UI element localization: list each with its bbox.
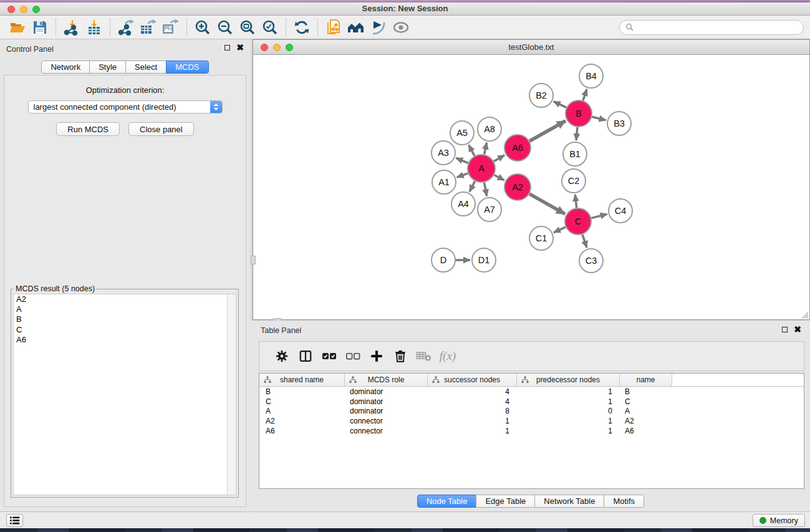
graph-node-B3[interactable]: B3 bbox=[607, 112, 631, 135]
graph-edge-A-A8[interactable] bbox=[485, 143, 487, 155]
export-image-icon[interactable] bbox=[160, 17, 182, 37]
search-field[interactable] bbox=[619, 20, 804, 35]
network-zoom-button[interactable] bbox=[286, 44, 293, 51]
show-columns-icon[interactable] bbox=[294, 346, 317, 367]
graph-edge-B-B2[interactable] bbox=[554, 102, 566, 108]
delete-table-icon[interactable] bbox=[412, 346, 436, 367]
memory-button[interactable]: Memory bbox=[753, 514, 805, 527]
graph-edge-C-C2[interactable] bbox=[575, 195, 576, 208]
close-panel-icon[interactable]: ✖ bbox=[236, 45, 244, 51]
network-canvas[interactable]: B4B2BB3A8A5A6B1A3AA1C2A2A4A7C4CC1C3DD1 bbox=[253, 55, 809, 319]
import-table-icon[interactable] bbox=[83, 17, 105, 37]
tab-style[interactable]: Style bbox=[89, 60, 126, 74]
graph-node-B2[interactable]: B2 bbox=[529, 84, 553, 107]
mcds-result-item[interactable]: B bbox=[14, 314, 227, 324]
close-panel-button[interactable]: Close panel bbox=[128, 122, 194, 136]
graph-node-C1[interactable]: C1 bbox=[529, 226, 553, 250]
show-details-icon[interactable] bbox=[390, 17, 412, 37]
task-history-button[interactable] bbox=[6, 514, 23, 527]
tab-mcds[interactable]: MCDS bbox=[166, 60, 208, 74]
graph-node-B1[interactable]: B1 bbox=[563, 142, 587, 166]
export-network-icon[interactable] bbox=[115, 17, 137, 37]
graph-node-C2[interactable]: C2 bbox=[562, 169, 586, 193]
graph-edge-A-A6[interactable] bbox=[494, 155, 504, 162]
export-table-icon[interactable] bbox=[137, 17, 160, 37]
tab-select[interactable]: Select bbox=[125, 60, 166, 74]
graph-node-C[interactable]: C bbox=[565, 208, 591, 235]
tab-network[interactable]: Network bbox=[41, 60, 90, 74]
zoom-in-icon[interactable] bbox=[191, 17, 214, 37]
graph-edge-C-C4[interactable] bbox=[591, 214, 607, 218]
optimization-criterion-select[interactable]: largest connected component (directed) bbox=[28, 100, 223, 114]
graph-node-A[interactable]: A bbox=[468, 155, 495, 182]
graph-node-B[interactable]: B bbox=[566, 100, 592, 127]
graph-node-A2[interactable]: A2 bbox=[504, 174, 531, 200]
graph-edge-A-A5[interactable] bbox=[469, 145, 475, 155]
table-row[interactable]: A6connector11A6 bbox=[259, 426, 804, 436]
column-header-MCDS-role[interactable]: MCDS role bbox=[345, 374, 428, 386]
close-window-button[interactable] bbox=[7, 6, 15, 13]
graph-edge-C-C3[interactable] bbox=[582, 235, 587, 248]
graph-edge-B-B1[interactable] bbox=[576, 127, 577, 140]
refresh-icon[interactable] bbox=[291, 17, 313, 37]
float-panel-icon[interactable] bbox=[224, 45, 230, 51]
graph-node-A5[interactable]: A5 bbox=[450, 121, 474, 145]
graph-edge-A2-C[interactable] bbox=[529, 194, 565, 214]
tab-motifs[interactable]: Motifs bbox=[604, 495, 644, 508]
result-scrollbar[interactable] bbox=[227, 294, 236, 495]
node-table[interactable]: shared nameMCDS rolesuccessor nodesprede… bbox=[259, 373, 804, 489]
float-table-panel-icon[interactable] bbox=[782, 327, 788, 332]
open-file-icon[interactable] bbox=[6, 17, 29, 37]
graph-node-B4[interactable]: B4 bbox=[579, 64, 603, 88]
delete-column-icon[interactable] bbox=[388, 346, 412, 367]
graph-node-A7[interactable]: A7 bbox=[478, 198, 501, 221]
mcds-result-item[interactable]: C bbox=[14, 325, 227, 335]
import-network-icon[interactable] bbox=[60, 17, 83, 37]
graph-edge-A-A4[interactable] bbox=[470, 181, 475, 191]
mcds-result-item[interactable]: A6 bbox=[14, 335, 227, 345]
tab-network-table[interactable]: Network Table bbox=[534, 495, 604, 508]
network-minimize-button[interactable] bbox=[273, 44, 281, 51]
graph-node-C4[interactable]: C4 bbox=[609, 199, 632, 223]
graph-node-A8[interactable]: A8 bbox=[478, 117, 501, 141]
run-mcds-button[interactable]: Run MCDS bbox=[56, 122, 120, 136]
column-header-successor-nodes[interactable]: successor nodes bbox=[428, 374, 517, 386]
resize-grip-icon[interactable] bbox=[800, 310, 809, 319]
column-header-shared-name[interactable]: shared name bbox=[259, 374, 345, 386]
graph-node-D1[interactable]: D1 bbox=[472, 248, 496, 272]
splitter-collapse-handle[interactable] bbox=[251, 256, 256, 264]
first-neighbors-icon[interactable] bbox=[345, 17, 367, 37]
column-header-predecessor-nodes[interactable]: predecessor nodes bbox=[517, 374, 620, 386]
zoom-window-button[interactable] bbox=[32, 6, 40, 13]
mcds-result-item[interactable]: A2 bbox=[14, 294, 227, 304]
settings-gear-icon[interactable] bbox=[270, 346, 294, 367]
column-header-name[interactable]: name bbox=[620, 374, 672, 386]
graph-node-A1[interactable]: A1 bbox=[432, 170, 456, 194]
search-input[interactable] bbox=[637, 22, 798, 32]
hide-details-icon[interactable] bbox=[367, 17, 390, 37]
graph-node-A4[interactable]: A4 bbox=[451, 192, 475, 216]
graph-node-C3[interactable]: C3 bbox=[579, 249, 603, 273]
network-close-button[interactable] bbox=[261, 44, 268, 51]
graph-edge-A-A3[interactable] bbox=[456, 158, 468, 163]
tab-node-table[interactable]: Node Table bbox=[417, 495, 477, 508]
function-builder-icon[interactable]: f(x) bbox=[436, 346, 460, 367]
save-session-icon[interactable] bbox=[29, 17, 51, 37]
close-table-panel-icon[interactable]: ✖ bbox=[794, 327, 801, 332]
new-network-icon[interactable] bbox=[322, 17, 345, 37]
graph-edge-B-B4[interactable] bbox=[583, 89, 587, 100]
select-all-icon[interactable] bbox=[317, 346, 341, 367]
minimize-window-button[interactable] bbox=[20, 6, 27, 13]
table-row[interactable]: Cdominator41C bbox=[259, 397, 804, 407]
graph-edge-A-A7[interactable] bbox=[484, 183, 486, 196]
mcds-result-item[interactable]: A bbox=[14, 304, 227, 314]
graph-edge-A6-B[interactable] bbox=[529, 121, 566, 141]
graph-edge-A-A1[interactable] bbox=[457, 173, 468, 178]
graph-node-A3[interactable]: A3 bbox=[432, 141, 455, 165]
graph-node-D[interactable]: D bbox=[432, 248, 455, 272]
table-row[interactable]: A2connector11A2 bbox=[259, 416, 804, 426]
graph-node-A6[interactable]: A6 bbox=[504, 135, 531, 161]
zoom-selected-icon[interactable] bbox=[259, 17, 281, 37]
unselect-all-icon[interactable] bbox=[341, 346, 365, 367]
add-column-icon[interactable] bbox=[365, 346, 388, 367]
